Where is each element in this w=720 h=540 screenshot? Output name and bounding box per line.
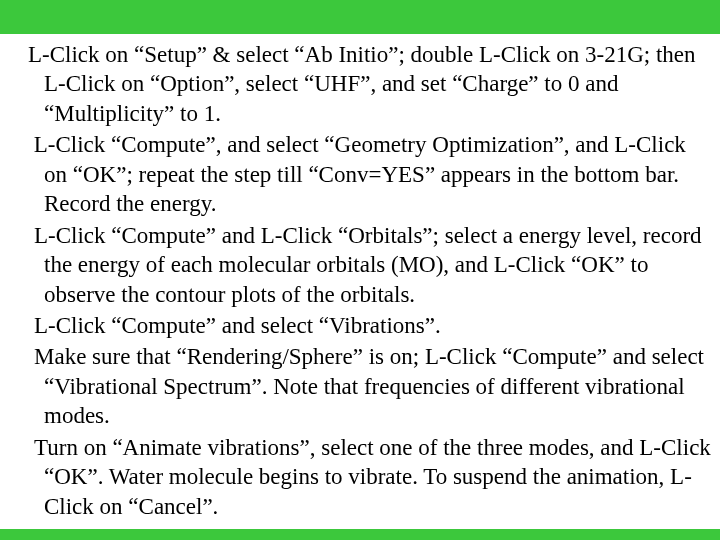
step-number: 8. bbox=[6, 40, 28, 69]
step-number: 12. bbox=[6, 342, 34, 371]
step-10: 10.L-Click “Compute” and L-Click “Orbita… bbox=[6, 221, 714, 309]
instruction-card: 8.L-Click on “Setup” & select “Ab Initio… bbox=[0, 34, 720, 529]
step-text: L-Click “Compute”, and select “Geometry … bbox=[28, 132, 686, 216]
step-13: 13.Turn on “Animate vibrations”, select … bbox=[6, 433, 714, 521]
step-number: 11. bbox=[6, 311, 34, 340]
step-9: 9. L-Click “Compute”, and select “Geomet… bbox=[6, 130, 714, 218]
instruction-list: 8.L-Click on “Setup” & select “Ab Initio… bbox=[6, 40, 714, 521]
step-text: Turn on “Animate vibrations”, select one… bbox=[34, 435, 711, 519]
slide: 8.L-Click on “Setup” & select “Ab Initio… bbox=[0, 0, 720, 540]
step-number: 10. bbox=[6, 221, 34, 250]
step-number: 13. bbox=[6, 433, 34, 462]
step-11: 11.L-Click “Compute” and select “Vibrati… bbox=[6, 311, 714, 340]
step-text: L-Click on “Setup” & select “Ab Initio”;… bbox=[28, 42, 695, 126]
step-text: L-Click “Compute” and select “Vibrations… bbox=[34, 313, 441, 338]
step-12: 12.Make sure that “Rendering/Sphere” is … bbox=[6, 342, 714, 430]
step-text: Make sure that “Rendering/Sphere” is on;… bbox=[34, 344, 704, 428]
step-text: L-Click “Compute” and L-Click “Orbitals”… bbox=[34, 223, 702, 307]
step-8: 8.L-Click on “Setup” & select “Ab Initio… bbox=[6, 40, 714, 128]
step-number: 9. bbox=[6, 130, 28, 159]
